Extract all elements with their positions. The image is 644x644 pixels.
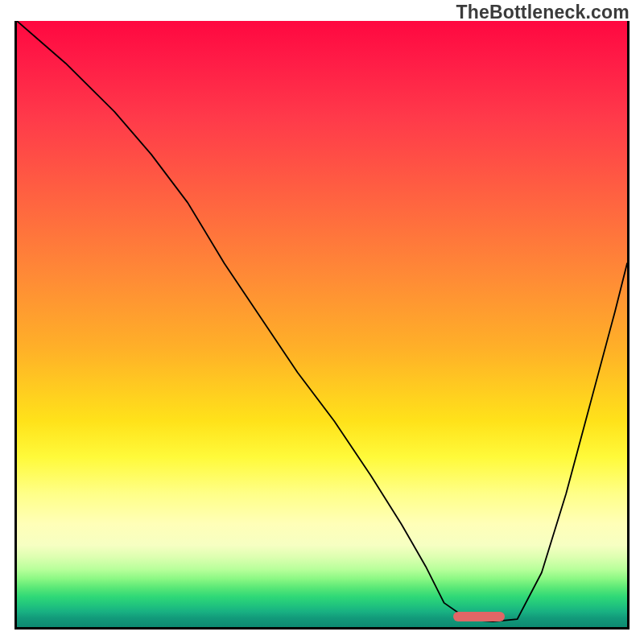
chart-stage: TheBottleneck.com — [0, 0, 644, 644]
watermark-text: TheBottleneck.com — [456, 2, 630, 23]
plot-area — [14, 21, 630, 630]
heat-gradient-background — [17, 21, 627, 627]
optimal-range-marker — [453, 612, 505, 621]
